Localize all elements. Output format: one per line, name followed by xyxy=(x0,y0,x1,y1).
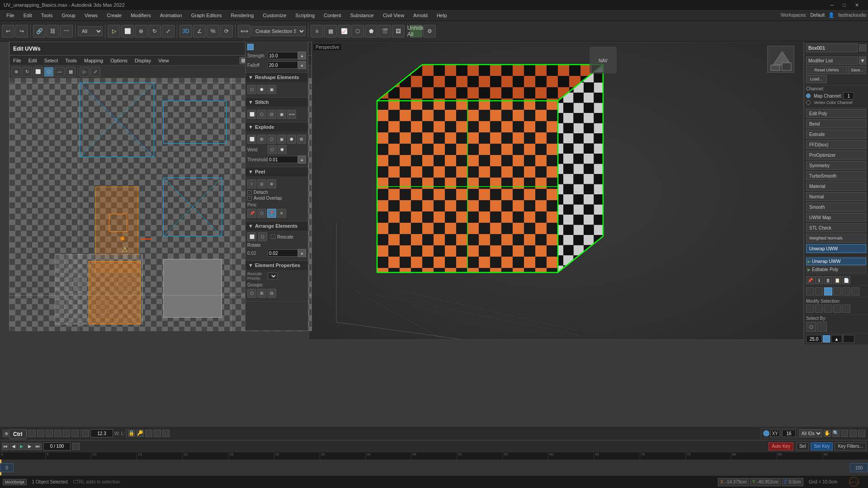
weld-btn-2[interactable]: ⬟ xyxy=(278,145,287,154)
arrange-btn-2[interactable]: ⬡ xyxy=(258,232,267,241)
select-by-vertex[interactable]: ⬡ xyxy=(806,322,816,332)
snap-3d-btn[interactable]: 3D xyxy=(179,25,192,38)
map-channel-radio[interactable] xyxy=(806,94,811,98)
scale-lock-btn[interactable] xyxy=(823,335,830,343)
bottom-tool-5[interactable] xyxy=(37,430,44,437)
render-frame-btn[interactable]: 🖼 xyxy=(392,25,405,38)
3d-viewport[interactable]: 人人都是CG RRCG 人人 xyxy=(309,42,804,340)
padding-spinner[interactable]: ▲ xyxy=(298,249,306,257)
misc-btn-5[interactable] xyxy=(842,287,850,296)
bottom-tool-8[interactable] xyxy=(63,430,70,437)
link-btn[interactable]: 🔗 xyxy=(33,25,46,38)
falloff-spinner-up[interactable]: ▲ xyxy=(298,61,306,69)
symmetry-btn[interactable]: Symmetry xyxy=(806,161,866,170)
auto-key-btn[interactable]: Auto Key xyxy=(769,442,793,450)
mod-sel-btn-1[interactable] xyxy=(806,305,814,313)
undo-btn[interactable]: ↩ xyxy=(2,25,14,38)
reshape-header[interactable]: ▼ Reshape Elements xyxy=(245,73,308,82)
pin-icon[interactable] xyxy=(247,44,254,50)
key-lock-btn[interactable]: 🔒 xyxy=(128,430,135,437)
menu-scripting[interactable]: Scripting xyxy=(291,10,319,21)
stitch-btn-2[interactable]: ⬡ xyxy=(257,110,266,119)
maximize-btn[interactable]: □ xyxy=(843,2,846,8)
strength-spinner-up[interactable]: ▲ xyxy=(298,52,306,60)
editpoly-btn[interactable]: Edit Poly xyxy=(806,109,866,118)
menu-edit[interactable]: Edit xyxy=(19,10,37,21)
close-btn[interactable]: ✕ xyxy=(855,2,859,8)
snap-angle-btn[interactable]: ∠ xyxy=(193,25,206,38)
uv-edge-mode-btn[interactable]: — xyxy=(55,67,65,77)
explode-btn-6[interactable]: ⊠ xyxy=(297,135,306,144)
end-frame-input[interactable]: 100 xyxy=(850,463,868,472)
select-by-edge[interactable] xyxy=(817,322,827,332)
curve-editor-btn[interactable]: 📈 xyxy=(338,25,350,38)
mod-sel-btn-4[interactable] xyxy=(833,305,841,313)
threshold-spinner[interactable]: ▲ xyxy=(298,155,306,164)
uv-select-btn[interactable]: ▷ xyxy=(80,67,90,77)
strength-value[interactable]: 10.0 xyxy=(268,52,298,59)
bend-btn[interactable]: Bend xyxy=(806,119,866,128)
uv-island-6[interactable] xyxy=(163,259,222,318)
reshape-btn-3[interactable]: ▣ xyxy=(267,85,276,94)
uv-island-5-orange[interactable] xyxy=(89,261,141,324)
mirror-btn[interactable]: ⟺ xyxy=(238,25,250,38)
uv-vertex-mode-btn[interactable]: ⬡ xyxy=(44,67,54,77)
pin-btn-3[interactable]: 📍 xyxy=(267,209,276,218)
falloff-value[interactable]: 20.0 xyxy=(268,61,298,69)
menu-substance[interactable]: Substance xyxy=(346,10,378,21)
material-editor-btn[interactable]: ⬟ xyxy=(365,25,377,38)
create-selection-dropdown[interactable]: Create Selection Se... xyxy=(251,26,306,36)
stitch-btn-4[interactable]: ▣ xyxy=(277,110,286,119)
frame-input[interactable]: 12.3 xyxy=(90,429,113,437)
menu-graph-editors[interactable]: Graph Editors xyxy=(187,10,226,21)
detach-checkbox[interactable] xyxy=(247,190,252,195)
set-key-btn[interactable]: Set Key xyxy=(811,442,833,450)
z-coord-display[interactable]: Z: 0.0cm xyxy=(782,478,803,486)
peel-header[interactable]: ▼ Peel xyxy=(245,167,308,176)
scale-btn[interactable]: ⤢ xyxy=(162,25,175,38)
mod-sel-btn-2[interactable] xyxy=(815,305,823,313)
start-frame-input[interactable]: 0 xyxy=(0,463,14,472)
group-btn-2[interactable]: ⊞ xyxy=(257,289,266,298)
timeline-next-frame[interactable]: ▶ xyxy=(26,443,33,450)
mod-delete-btn[interactable]: 🗑 xyxy=(824,276,832,284)
toggle-ribbon-btn[interactable]: ▦ xyxy=(324,25,337,38)
menu-views[interactable]: Views xyxy=(80,10,102,21)
extra-btn[interactable]: ⚙ xyxy=(423,25,436,38)
uv-menu-select[interactable]: Select xyxy=(41,56,62,66)
save-btn[interactable]: Save... xyxy=(848,66,866,74)
misc-btn-2[interactable] xyxy=(815,287,823,296)
arrange-btn-1[interactable]: ⬜ xyxy=(247,232,256,241)
element-props-header[interactable]: ▼ Element Properties xyxy=(245,261,308,270)
schematic-view-btn[interactable]: ⬡ xyxy=(351,25,364,38)
group-btn-1[interactable]: ⬡ xyxy=(247,289,256,298)
mod-info-btn[interactable]: ℹ xyxy=(815,276,823,284)
key-btn-3[interactable] xyxy=(154,430,161,437)
uv-rotate-btn[interactable]: ↻ xyxy=(22,67,32,77)
layer-btn[interactable]: ≡ xyxy=(311,25,323,38)
misc-btn-3-active[interactable] xyxy=(824,287,832,296)
load-btn[interactable]: Load... xyxy=(806,75,827,83)
render-setup-btn[interactable]: 🎬 xyxy=(378,25,391,38)
mod-sel-btn-5[interactable] xyxy=(842,305,850,313)
uv-menu-display[interactable]: Display xyxy=(131,56,155,66)
menu-rendering[interactable]: Rendering xyxy=(226,10,259,21)
stlcheck-btn[interactable]: STL Check xyxy=(806,223,866,232)
select-region-btn[interactable]: ⬜ xyxy=(121,25,134,38)
explode-btn-1[interactable]: ⬜ xyxy=(247,135,256,144)
explode-btn-5[interactable]: ⬟ xyxy=(287,135,296,144)
uv-gizmo-center[interactable] xyxy=(121,237,124,240)
misc-btn-1[interactable] xyxy=(806,287,814,296)
reshape-btn-2[interactable]: ⬟ xyxy=(257,85,266,94)
pin-btn-1[interactable]: 📌 xyxy=(247,209,256,218)
coord-value[interactable]: 16 xyxy=(782,430,796,437)
timeline-bar[interactable]: 0 100 xyxy=(0,460,868,476)
snap-percent-btn[interactable]: % xyxy=(207,25,219,38)
current-frame-display[interactable]: 0 / 100 xyxy=(43,442,71,450)
key-filters-btn[interactable]: Key Filters... xyxy=(835,442,866,450)
bottom-tool-6[interactable] xyxy=(46,430,53,437)
nav-cube[interactable] xyxy=(767,46,794,73)
menu-customize[interactable]: Customize xyxy=(258,10,291,21)
menu-arnold[interactable]: Arnold xyxy=(409,10,432,21)
peel-btn-1[interactable]: ○ xyxy=(247,179,256,188)
